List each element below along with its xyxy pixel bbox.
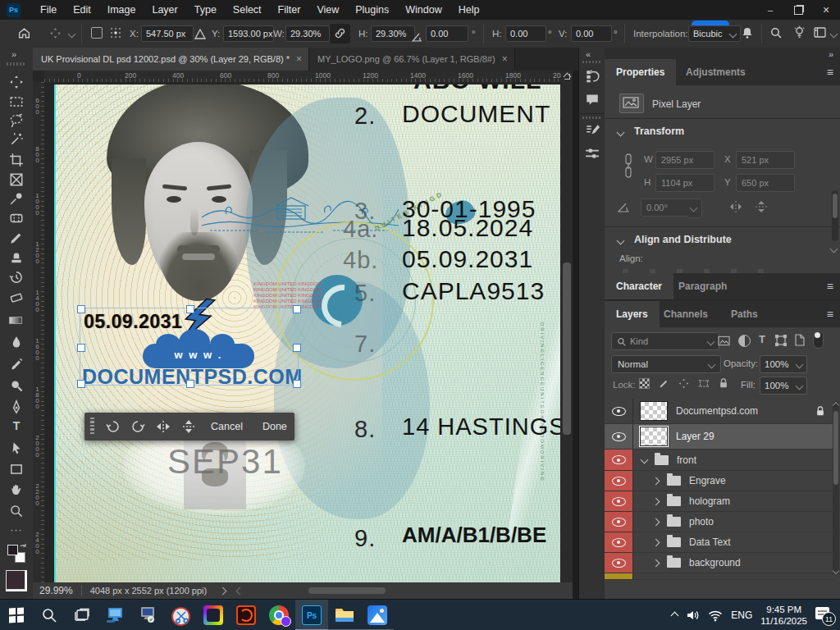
menu-view[interactable]: View	[308, 0, 347, 20]
transform-handle-s[interactable]	[186, 380, 194, 388]
menu-window[interactable]: Window	[397, 0, 450, 20]
panel-menu-icon[interactable]: ≡	[827, 280, 833, 293]
rotate-cw-icon[interactable]	[130, 419, 145, 434]
menu-type[interactable]: Type	[186, 0, 225, 20]
filter-type-icon[interactable]: T	[759, 333, 765, 345]
flip-vertical-button[interactable]	[754, 200, 769, 213]
restore-button[interactable]	[784, 0, 812, 20]
brush-settings-panel-icon[interactable]	[585, 146, 600, 161]
lasso-tool[interactable]	[9, 113, 24, 128]
group-expand-chevron[interactable]	[652, 477, 660, 485]
wifi-icon[interactable]	[708, 609, 723, 622]
horizontal-ruler[interactable]: 0 200 400 600 800 1000 1200 1400 1600 18…	[44, 71, 561, 83]
expand-tools-icon[interactable]: »	[11, 49, 16, 59]
layer-visibility-toggle[interactable]	[605, 471, 633, 491]
tab-properties[interactable]: Properties	[605, 59, 676, 85]
rectangular-marquee-tool[interactable]	[9, 94, 24, 109]
gradient-tool[interactable]	[9, 313, 24, 327]
rotate-input[interactable]: 0.00	[426, 25, 468, 42]
snipping-tool-app-icon[interactable]	[164, 600, 197, 630]
chrome-app-icon[interactable]	[262, 600, 295, 630]
height-input[interactable]: 29.30%	[371, 25, 415, 42]
panel-menu-icon[interactable]: ≡	[827, 308, 833, 321]
minimize-button[interactable]: –	[756, 0, 784, 20]
transform-handle-n[interactable]	[186, 305, 194, 313]
pen-tool[interactable]	[9, 399, 24, 414]
type-tool[interactable]: T	[9, 419, 24, 434]
flip-horizontal-icon[interactable]	[155, 420, 171, 433]
lock-all-icon[interactable]	[719, 377, 728, 389]
eyedropper-tool[interactable]	[9, 191, 24, 206]
path-selection-tool[interactable]	[9, 441, 24, 455]
canvas[interactable]: UNITED KINGD KINGDOM UNITED KINGDOMKINGD…	[44, 82, 561, 582]
group-expand-chevron[interactable]	[652, 559, 660, 567]
layer-thumbnail[interactable]	[640, 401, 668, 421]
menu-layer[interactable]: Layer	[144, 0, 185, 20]
tab-paths[interactable]: Paths	[719, 301, 769, 327]
layers-scrollbar[interactable]	[833, 401, 839, 575]
comments-panel-icon[interactable]	[585, 92, 600, 107]
properties-scrollbar[interactable]	[832, 190, 838, 241]
history-brush-tool[interactable]	[9, 270, 24, 285]
width-input[interactable]: 29.30%	[285, 25, 330, 42]
properties-scroll-down-icon[interactable]	[830, 245, 838, 253]
scrollbar-thumb[interactable]	[563, 262, 571, 435]
patch-tool[interactable]	[9, 211, 24, 226]
volume-icon[interactable]	[686, 609, 700, 622]
crop-tool[interactable]	[9, 153, 24, 167]
discover-lightbulb-icon[interactable]	[792, 25, 806, 43]
guide-line[interactable]	[54, 84, 56, 582]
menu-image[interactable]: Image	[99, 0, 144, 20]
tab-character[interactable]: Character	[605, 273, 673, 299]
creative-cloud-app-icon[interactable]	[197, 600, 230, 630]
notifications-bell-icon[interactable]	[741, 26, 754, 43]
lock-position-icon[interactable]	[678, 378, 689, 389]
vertical-ruler[interactable]: 600 800 1000 1200 1400 1600 1800 2000 22…	[33, 82, 45, 582]
tab-adjustments[interactable]: Adjustments	[674, 59, 757, 85]
layer-visibility-toggle[interactable]	[605, 573, 633, 579]
flip-vertical-icon[interactable]	[181, 419, 196, 434]
transform-handle-nw[interactable]	[77, 305, 85, 313]
transform-handle-ne[interactable]	[293, 305, 301, 313]
layer-visibility-toggle[interactable]	[605, 532, 633, 552]
tool-preset-chevron-icon[interactable]	[68, 30, 76, 39]
layer-row-layer29-selected[interactable]: Layer 29	[605, 424, 833, 450]
layer-group-background[interactable]: background	[605, 553, 833, 573]
layer-visibility-toggle[interactable]	[605, 491, 633, 511]
filter-toggle[interactable]	[813, 331, 824, 349]
lock-artboard-icon[interactable]	[698, 378, 710, 389]
tab-close-icon[interactable]: ×	[296, 53, 302, 65]
status-expand-icon[interactable]	[219, 587, 227, 595]
lock-transparent-icon[interactable]	[639, 378, 650, 389]
h-skew-input[interactable]: 0.00	[505, 25, 546, 42]
menu-edit[interactable]: Edit	[65, 0, 99, 20]
clone-stamp-tool[interactable]	[9, 250, 24, 265]
panel-menu-icon[interactable]: ≡	[827, 66, 833, 79]
filter-smart-object-icon[interactable]	[795, 334, 805, 346]
computer-management-app-icon[interactable]	[131, 600, 164, 630]
filter-adjustment-icon[interactable]	[738, 335, 751, 347]
close-button[interactable]: ✕	[812, 0, 840, 20]
layer-name[interactable]: photo	[689, 516, 714, 527]
clock[interactable]: 9:45 PM 11/16/2025	[760, 604, 807, 627]
fill-input[interactable]: 100%	[760, 377, 795, 395]
language-indicator[interactable]: ENG	[731, 609, 752, 621]
tab-close-icon[interactable]: ×	[502, 53, 508, 65]
layer-thumbnail[interactable]	[640, 427, 668, 446]
menu-file[interactable]: File	[32, 0, 65, 20]
layer-group-engrave[interactable]: Engrave	[605, 471, 833, 491]
layer-name[interactable]: hologram	[689, 495, 730, 507]
layer-name[interactable]: Engrave	[689, 475, 726, 486]
filter-shape-icon[interactable]	[775, 335, 787, 346]
workspace-chevron-icon[interactable]	[830, 30, 838, 39]
scroll-up-icon[interactable]	[564, 74, 570, 80]
search-icon[interactable]	[769, 26, 783, 43]
remote-desktop-app-icon[interactable]	[98, 600, 131, 630]
edit-toolbar-icon[interactable]: ···	[9, 524, 24, 539]
rectangle-tool[interactable]	[9, 462, 24, 477]
history-panel-icon[interactable]	[585, 69, 600, 84]
horizontal-scrollbar-thumb[interactable]	[308, 587, 386, 594]
collapse-panels-icon[interactable]: »	[829, 49, 833, 59]
reference-point-grid-icon[interactable]	[110, 27, 121, 42]
hand-tool[interactable]	[9, 482, 24, 497]
